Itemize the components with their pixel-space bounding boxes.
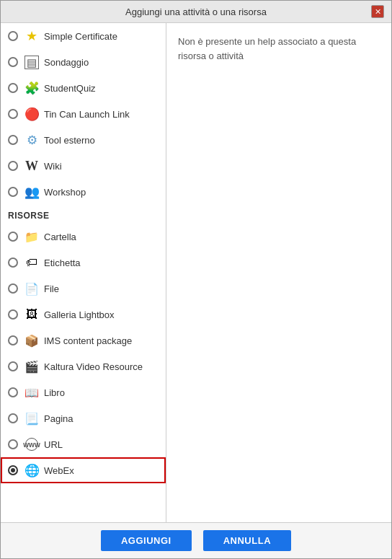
webex-label: WebEx — [44, 465, 74, 476]
url-icon: www — [24, 436, 40, 452]
list-item-tool-esterno[interactable]: ⚙Tool esterno — [1, 127, 166, 153]
galleria-icon: 🖼 — [24, 307, 40, 322]
add-button[interactable]: AGGIUNGI — [101, 530, 192, 551]
list-item-url[interactable]: wwwURL — [1, 431, 166, 457]
activities-list: ★Simple Certificate▤Sondaggio🧩StudentQui… — [1, 23, 166, 205]
sondaggio-label: Sondaggio — [44, 57, 89, 68]
simple-certificate-label: Simple Certificate — [44, 31, 117, 42]
cartella-icon: 📁 — [24, 229, 40, 245]
list-item-etichetta[interactable]: 🏷Etichetta — [1, 250, 166, 276]
kaltura-label: Kaltura Video Resource — [44, 361, 143, 372]
radio-tool-esterno[interactable] — [8, 135, 18, 145]
radio-workshop[interactable] — [8, 187, 18, 197]
list-item-pagina[interactable]: 📃Pagina — [1, 405, 166, 431]
simple-certificate-icon: ★ — [24, 28, 40, 44]
ims-label: IMS content package — [44, 335, 132, 346]
radio-pagina[interactable] — [8, 413, 18, 423]
libro-label: Libro — [44, 387, 65, 398]
content-area: ★Simple Certificate▤Sondaggio🧩StudentQui… — [1, 23, 391, 522]
radio-url[interactable] — [8, 439, 18, 449]
radio-file[interactable] — [8, 283, 18, 294]
galleria-label: Galleria Lightbox — [44, 309, 115, 320]
studentquiz-label: StudentQuiz — [44, 83, 96, 94]
left-panel: ★Simple Certificate▤Sondaggio🧩StudentQui… — [1, 23, 166, 522]
help-text: Non è presente un help associato a quest… — [178, 35, 380, 63]
pagina-icon: 📃 — [24, 410, 40, 426]
footer: AGGIUNGI ANNULLA — [1, 522, 391, 558]
tincan-label: Tin Can Launch Link — [44, 109, 130, 120]
wiki-label: Wiki — [44, 161, 62, 172]
url-label: URL — [44, 439, 63, 450]
list-item-sondaggio[interactable]: ▤Sondaggio — [1, 49, 166, 75]
libro-icon: 📖 — [24, 384, 40, 400]
webex-icon: 🌐 — [24, 462, 40, 478]
tool-esterno-icon: ⚙ — [24, 132, 40, 148]
list-item-file[interactable]: 📄File — [1, 276, 166, 301]
risorse-section-header: RISORSE — [1, 205, 166, 224]
list-item-cartella[interactable]: 📁Cartella — [1, 224, 166, 250]
sondaggio-icon: ▤ — [24, 54, 40, 70]
list-item-studentquiz[interactable]: 🧩StudentQuiz — [1, 75, 166, 101]
radio-wiki[interactable] — [8, 161, 18, 171]
ims-icon: 📦 — [24, 333, 40, 348]
list-item-tincan[interactable]: 🔴Tin Can Launch Link — [1, 101, 166, 127]
right-panel: Non è presente un help associato a quest… — [166, 23, 391, 522]
tincan-icon: 🔴 — [24, 106, 40, 122]
radio-sondaggio[interactable] — [8, 57, 18, 67]
radio-etichetta[interactable] — [8, 258, 18, 268]
list-item-webex[interactable]: 🌐WebEx — [1, 457, 166, 483]
cartella-label: Cartella — [44, 232, 76, 242]
kaltura-icon: 🎬 — [24, 358, 40, 374]
radio-cartella[interactable] — [8, 232, 18, 242]
list-item-galleria[interactable]: 🖼Galleria Lightbox — [1, 301, 166, 327]
radio-ims[interactable] — [8, 335, 18, 345]
tool-esterno-label: Tool esterno — [44, 135, 95, 146]
radio-libro[interactable] — [8, 387, 18, 397]
risorse-list: 📁Cartella🏷Etichetta📄File🖼Galleria Lightb… — [1, 224, 166, 483]
wiki-icon: W — [24, 158, 40, 174]
radio-tincan[interactable] — [8, 109, 18, 119]
file-label: File — [44, 283, 59, 294]
list-item-simple-certificate[interactable]: ★Simple Certificate — [1, 23, 166, 49]
close-button[interactable]: ✕ — [371, 5, 384, 18]
workshop-label: Workshop — [44, 187, 86, 198]
list-item-libro[interactable]: 📖Libro — [1, 379, 166, 405]
radio-webex[interactable] — [8, 465, 18, 475]
pagina-label: Pagina — [44, 413, 73, 424]
list-item-kaltura[interactable]: 🎬Kaltura Video Resource — [1, 353, 166, 379]
etichetta-label: Etichetta — [44, 258, 81, 268]
file-icon: 📄 — [24, 281, 40, 296]
list-item-ims[interactable]: 📦IMS content package — [1, 327, 166, 353]
radio-galleria[interactable] — [8, 309, 18, 320]
radio-studentquiz[interactable] — [8, 83, 18, 93]
etichetta-icon: 🏷 — [24, 255, 40, 270]
workshop-icon: 👥 — [24, 184, 40, 200]
cancel-button[interactable]: ANNULLA — [203, 530, 291, 551]
list-item-wiki[interactable]: WWiki — [1, 153, 166, 179]
title-bar: Aggiungi una attività o una risorsa ✕ — [1, 1, 391, 23]
studentquiz-icon: 🧩 — [24, 80, 40, 96]
radio-simple-certificate[interactable] — [8, 31, 18, 41]
list-item-workshop[interactable]: 👥Workshop — [1, 179, 166, 205]
radio-kaltura[interactable] — [8, 361, 18, 371]
dialog-title: Aggiungi una attività o una risorsa — [21, 6, 371, 17]
dialog: Aggiungi una attività o una risorsa ✕ ★S… — [0, 0, 392, 559]
